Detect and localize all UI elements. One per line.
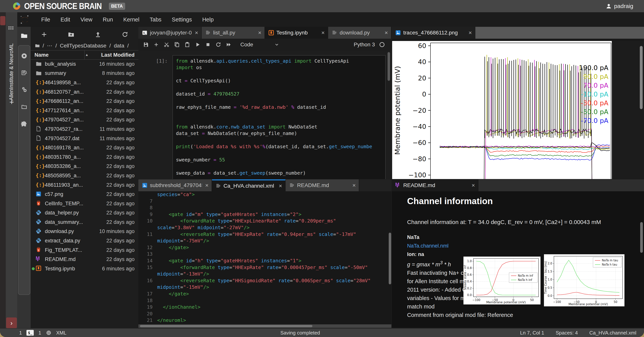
file-row[interactable]: download.py10 minutes ago (31, 227, 138, 236)
file-row[interactable]: summary8 minutes ago (31, 69, 138, 78)
tab-readme-md[interactable]: README.md× (286, 179, 359, 191)
file-row[interactable]: {:}476686112_an...22 days ago (31, 96, 138, 106)
new-folder-icon[interactable] (68, 31, 74, 38)
file-row[interactable]: bulk_analysis16 minutes ago (31, 59, 138, 69)
close-icon[interactable]: × (279, 183, 282, 189)
close-icon[interactable]: × (468, 29, 472, 36)
file-row[interactable]: {:}480353286_a...22 days ago (31, 162, 138, 171)
workspace-menu-icon[interactable] (8, 26, 15, 30)
file-row[interactable]: 479704527_ra...11 minutes ago (31, 124, 138, 134)
tab-subthreshold-479704527-p[interactable]: subthreshold_479704527.p× (138, 179, 212, 191)
terminal-icon[interactable]: $_ (26, 330, 34, 336)
breadcrumb-item[interactable]: ⋯ (46, 43, 54, 49)
running-kernels-icon[interactable] (21, 53, 27, 59)
extensions-puzzle-icon[interactable] (21, 121, 27, 127)
code-editor[interactable]: from allensdk.api.queries.cell_types_api… (176, 58, 384, 176)
close-icon[interactable]: × (472, 182, 475, 189)
column-last-modified[interactable]: Last Modified (101, 52, 134, 58)
run-all-icon[interactable] (226, 42, 232, 47)
home-folder-icon[interactable] (34, 43, 40, 48)
notebook-scrollbar[interactable] (388, 52, 390, 81)
file-row[interactable]: {:}464198958_a...22 days ago (31, 78, 138, 87)
add-cell-icon[interactable] (153, 42, 159, 47)
cell-type-dropdown[interactable]: Code (240, 41, 253, 48)
xml-horizontal-scrollbar[interactable] (138, 324, 392, 328)
editor-mode[interactable]: XML (56, 330, 66, 336)
menu-item-settings[interactable]: Settings (166, 16, 197, 23)
close-icon[interactable]: × (258, 29, 262, 36)
file-row[interactable]: HTML5CellInfo_TEMP...22 days ago (31, 199, 138, 208)
folder-outline-icon[interactable] (21, 104, 27, 110)
upload-icon[interactable] (95, 31, 101, 38)
paste-cell-icon[interactable] (184, 42, 190, 47)
menu-item-tabs[interactable]: Tabs (144, 16, 166, 23)
osb-title[interactable]: OPEN SOURCE BRAIN (24, 1, 102, 11)
tab-ca-hva-channel-xml[interactable]: Ca_HVA.channel.xml× (212, 179, 286, 191)
active-file-name[interactable]: Ca_HVA.channel.xml (590, 330, 636, 336)
traces-scrollbar[interactable] (640, 46, 643, 109)
cursor-position[interactable]: Ln 7, Col 1 (520, 330, 544, 336)
close-icon[interactable]: × (352, 182, 356, 189)
tab-download-py[interactable]: download.py× (328, 27, 392, 39)
close-icon[interactable]: × (195, 29, 198, 36)
new-launcher-icon[interactable] (41, 31, 47, 38)
breadcrumb-item[interactable]: CellTypesDatabase (58, 43, 108, 49)
column-name[interactable]: Name (34, 52, 49, 58)
user-menu[interactable]: padraig (606, 0, 633, 12)
file-row[interactable]: {:}480169178_an...22 days ago (31, 143, 138, 152)
file-row[interactable]: data_summary...22 days ago (31, 218, 138, 227)
chevron-down-icon[interactable] (274, 42, 279, 47)
inspector-icon[interactable] (21, 70, 27, 76)
menu-item-help[interactable]: Help (197, 16, 219, 23)
stop-kernel-icon[interactable] (205, 42, 211, 47)
file-browser-tab-icon[interactable] (20, 32, 28, 39)
readme-scrollbar[interactable] (640, 222, 643, 253)
sort-arrow-icon[interactable]: ▲ (85, 53, 88, 57)
copy-cell-icon[interactable] (174, 42, 180, 47)
run-cell-icon[interactable] (195, 42, 200, 47)
expand-button[interactable]: › (6, 318, 17, 328)
file-row[interactable]: 479704527.dat11 minutes ago (31, 134, 138, 143)
cut-cell-icon[interactable] (164, 42, 170, 47)
tab-jovyan-jupyter-01[interactable]: $_jovyan@jupyter-01× (138, 27, 202, 39)
menu-item-edit[interactable]: Edit (56, 16, 75, 23)
close-icon[interactable]: × (321, 29, 325, 36)
menu-item-file[interactable]: File (36, 16, 56, 23)
terminal-count[interactable]: 1 (19, 330, 22, 336)
nata-link[interactable]: NaTa.channel.nml (407, 243, 448, 249)
file-row[interactable]: HTML5Fig_TEMPLAT...22 days ago (31, 246, 138, 255)
osb-strip-logo-icon[interactable] (0, 16, 5, 25)
close-icon[interactable]: × (384, 29, 388, 36)
file-row[interactable]: c57.png22 days ago (31, 190, 138, 199)
settings-gears-icon[interactable] (21, 86, 27, 93)
file-row[interactable]: {:}480351780_a...22 days ago (31, 152, 138, 162)
refresh-icon[interactable] (122, 31, 128, 38)
kernel-count[interactable]: 1 (38, 330, 41, 336)
kernel-name[interactable]: Python 3 (354, 41, 375, 48)
xml-vertical-scrollbar[interactable] (389, 233, 391, 284)
file-row[interactable]: {:}477127614_an...22 days ago (31, 106, 138, 115)
file-row[interactable]: Testing.ipynb6 minutes ago (31, 264, 138, 274)
menu-item-run[interactable]: Run (98, 16, 118, 23)
tab-readme-md[interactable]: M▼README.md× (392, 179, 478, 191)
indent-setting[interactable]: Spaces: 4 (556, 330, 578, 336)
file-row[interactable]: {:}468120757_an...22 days ago (31, 87, 138, 97)
tab-testing-ipynb[interactable]: Testing.ipynb× (265, 27, 328, 39)
file-row[interactable]: extract_data.py22 days ago (31, 236, 138, 246)
file-row[interactable]: M▼README.md22 days ago (31, 255, 138, 264)
save-icon[interactable] (143, 42, 149, 47)
file-row[interactable]: {:}486111903_an...22 days ago (31, 180, 138, 190)
close-icon[interactable]: × (205, 182, 208, 189)
file-row[interactable]: {:}479704527_an...22 days ago (31, 115, 138, 125)
breadcrumb-item[interactable]: data (112, 43, 126, 49)
xml-editor[interactable]: species="ca">7 8 9 <gate id="m" type="ga… (138, 191, 392, 324)
menu-item-kernel[interactable]: Kernel (118, 16, 144, 23)
restart-kernel-icon[interactable] (216, 42, 221, 47)
tab-traces-476686112-png[interactable]: traces_476686112.png× (392, 27, 475, 39)
code-cell[interactable]: from allensdk.api.queries.cell_types_api… (172, 55, 386, 179)
notebook-content[interactable]: [1]: from allensdk.api.queries.cell_type… (138, 50, 392, 179)
menu-item-view[interactable]: View (75, 16, 98, 23)
kernel-cpu-icon[interactable] (46, 330, 52, 336)
workspace-add-button[interactable]: + (8, 99, 15, 106)
tab-list-all-py[interactable]: list_all.py× (202, 27, 265, 39)
